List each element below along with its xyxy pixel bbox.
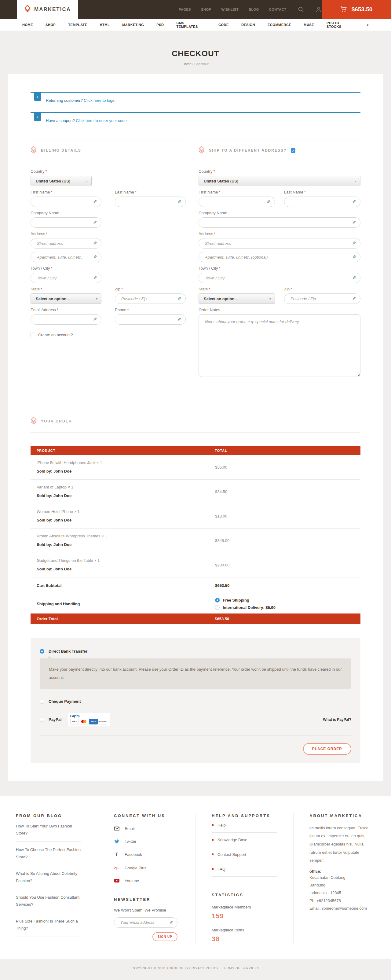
shipping-address1-input[interactable] [205, 239, 350, 248]
subnav-code[interactable]: CODE [218, 23, 229, 27]
header-nav-blog[interactable]: BLOG [249, 8, 259, 11]
shipping-company-input[interactable] [205, 218, 350, 228]
breadcrumb-home[interactable]: Home [182, 62, 191, 66]
product-seller: Sold by: John Doe [37, 518, 202, 522]
help-link[interactable]: FAQ [212, 862, 277, 877]
order-item-row: Variant of Laptop × 1 Sold by: John Doe … [30, 480, 361, 504]
shipping-town-input[interactable] [205, 273, 350, 283]
footer-blog-column: FROM OUR BLOG How To Start Your Own Fash… [0, 813, 98, 943]
social-email-link[interactable]: Email [114, 826, 183, 831]
subnav-shop[interactable]: SHOP [46, 23, 56, 27]
order-notes-textarea[interactable] [199, 314, 361, 377]
shipping-handling-label: Shipping and Handling [30, 594, 209, 614]
header-nav-contact[interactable]: CONTACT [269, 8, 286, 11]
header-nav-pages[interactable]: PAGES [179, 8, 191, 11]
subnav-cms-templates[interactable]: CMS TEMPLATES [176, 21, 206, 29]
shipping-zip-input[interactable] [291, 294, 350, 304]
blog-link[interactable]: Plus Size Fashion: Is There Such a Thing… [16, 913, 81, 937]
search-icon[interactable] [298, 6, 304, 13]
bank-transfer-radio[interactable] [40, 649, 44, 654]
blog-link[interactable]: What is So Alluring About Celebrity Fash… [16, 865, 81, 889]
about-text: ec mollis lorem consequat. Fusce ipsum e… [310, 824, 370, 865]
subnav-template[interactable]: TEMPLATE [68, 23, 87, 27]
header-nav: PAGES SHOP WISHLIST BLOG CONTACT [179, 8, 286, 11]
billing-phone-input[interactable] [121, 315, 175, 325]
coupon-link[interactable]: Click here to enter your code [76, 118, 126, 123]
order-total-row: Order Total $653.50 [30, 614, 361, 624]
shipping-state-select[interactable]: Select an option... ▾ [199, 293, 275, 304]
blog-link[interactable]: How To Choose The Perfect Fashion Store? [16, 842, 81, 865]
subnav-ecommerce[interactable]: ECOMMERCE [268, 23, 291, 27]
ship-different-checkbox[interactable]: ✓ [291, 148, 296, 153]
billing-address1-input[interactable] [37, 239, 91, 248]
shipping-last-name-input[interactable] [291, 197, 350, 207]
privacy-policy-link[interactable]: PRIVACY POLICY [189, 967, 219, 970]
place-order-button[interactable]: PLACE ORDER [303, 743, 351, 755]
subnav-muse[interactable]: MUSE [304, 23, 314, 27]
shipping-first-name-input[interactable] [205, 197, 264, 207]
subnav-marketing[interactable]: MARKETING [122, 23, 144, 27]
blog-link[interactable]: How To Start Your Own Fashion Store? [16, 818, 81, 842]
header-nav-shop[interactable]: SHOP [201, 8, 211, 11]
cart-subtotal-label: Cart Subtotal [30, 578, 209, 593]
footer: FROM OUR BLOG How To Start Your Own Fash… [0, 795, 391, 959]
help-link[interactable]: Contact Support [212, 847, 277, 862]
help-link[interactable]: Knowladge Base [212, 833, 277, 847]
pen-icon: ✎ [352, 296, 356, 301]
cart-button[interactable]: $653.50 [322, 0, 391, 19]
subnav-html[interactable]: HTML [100, 23, 110, 27]
social-facebook-link[interactable]: f Facebook [114, 852, 183, 858]
free-shipping-radio[interactable] [215, 598, 219, 603]
billing-zip-input[interactable] [121, 294, 175, 304]
billing-last-name-input[interactable] [121, 197, 175, 207]
billing-address2-input[interactable] [37, 252, 91, 262]
subnav-design[interactable]: DESIGN [241, 23, 255, 27]
login-link[interactable]: Click here to login [84, 98, 115, 103]
terms-link[interactable]: TERMS OF SERVICES [222, 967, 259, 970]
newsletter-title: NEWSLETTER [114, 897, 183, 902]
signup-button[interactable]: SIGN UP [153, 932, 178, 941]
bullet-icon [212, 839, 213, 841]
layers-icon [30, 146, 37, 155]
shipping-address2-input[interactable] [205, 252, 350, 262]
header-nav-wishlist[interactable]: WISHLIST [221, 8, 238, 11]
international-delivery-radio[interactable] [215, 605, 219, 610]
brand-logo[interactable]: MARKETICA [17, 0, 78, 19]
pen-icon: ✎ [352, 241, 356, 245]
product-name: Gadget and Things on the Table × 1 [37, 558, 202, 563]
billing-first-name-input[interactable] [37, 197, 91, 207]
total-column-header: TOTAL [209, 449, 361, 452]
shipping-first-name-label: First Name* [199, 190, 275, 194]
social-googleplus-link[interactable]: g+ Google Plus [114, 865, 183, 870]
shipping-section: SHIP TO A DIFFERENT ADDRESS? ✓ Country* … [199, 139, 361, 382]
shipping-country-select[interactable]: United States (US) ▾ [199, 176, 361, 186]
billing-country-select[interactable]: United States (US) ▾ [30, 176, 92, 186]
email-icon [114, 827, 119, 830]
subnav-photo-stocks[interactable]: PHOTO STOCKS [327, 21, 354, 29]
billing-state-select[interactable]: Select an option... ▾ [30, 293, 102, 304]
what-is-paypal-link[interactable]: What is PayPal? [323, 718, 351, 722]
copyright-text: COPYRIGHT © 2013 TOKOPRESS [132, 967, 188, 970]
cheque-payment-radio[interactable] [40, 699, 44, 704]
google-plus-icon: g+ [114, 865, 119, 870]
product-total: $345.00 [209, 528, 361, 553]
social-youtube-link[interactable]: Youtube [114, 878, 183, 883]
shipping-company-label: Company Name [199, 211, 361, 215]
billing-email-input[interactable] [37, 315, 91, 325]
billing-company-input[interactable] [37, 218, 91, 228]
top-header: MARKETICA PAGES SHOP WISHLIST BLOG CONTA… [0, 0, 391, 19]
social-twitter-link[interactable]: Twitter [114, 839, 183, 844]
blog-link[interactable]: Should You Use Fashion Consultant Servic… [16, 889, 81, 913]
subnav-psd[interactable]: PSD [156, 23, 164, 27]
help-link[interactable]: Help [212, 818, 277, 833]
international-delivery-label: International Delivery: $5.90 [223, 605, 275, 610]
billing-town-input[interactable] [37, 273, 91, 283]
subnav-more-chevron-icon[interactable]: » [366, 24, 370, 25]
newsletter-email-input[interactable] [120, 918, 167, 928]
subnav-home[interactable]: HOME [22, 23, 33, 27]
billing-first-name-label: First Name* [30, 190, 102, 194]
pen-icon: ✎ [93, 317, 97, 321]
account-icon[interactable] [316, 6, 322, 13]
paypal-radio[interactable] [40, 717, 44, 722]
create-account-checkbox[interactable] [30, 332, 35, 337]
